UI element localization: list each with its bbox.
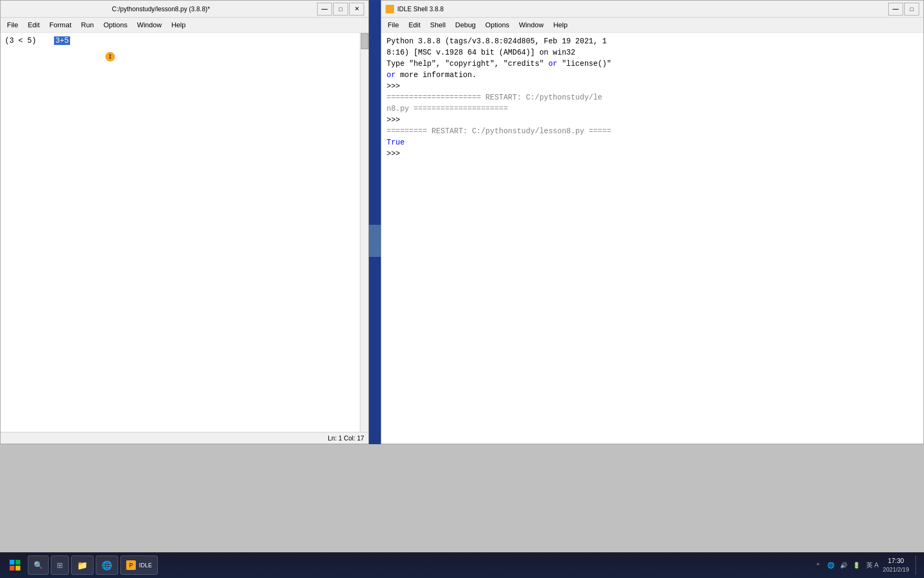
shell-menu-help[interactable]: Help: [549, 20, 572, 30]
editor-menu-bar: File Edit Format Run Options Window Help: [1, 18, 368, 33]
system-tray: ^ 🌐 🔊 🔋: [813, 560, 862, 571]
minimize-button[interactable]: ─: [317, 3, 332, 16]
shell-menu-edit[interactable]: Edit: [404, 20, 425, 30]
editor-status-bar: Ln: 1 Col: 17: [1, 432, 368, 444]
taskbar-idle-label: IDLE: [139, 562, 152, 568]
shell-prompt-3: >>>: [387, 148, 918, 159]
menu-file[interactable]: File: [3, 20, 22, 30]
python-icon: P: [126, 560, 136, 570]
tray-icon-1[interactable]: ^: [813, 560, 823, 571]
shell-title-bar: IDLE Shell 3.8.8 ─ □: [381, 1, 923, 18]
editor-title: C:/pythonstudy/lesson8.py (3.8.8)*: [5, 5, 317, 13]
system-clock[interactable]: 17:30 2021/2/19: [883, 557, 909, 573]
shell-menu-options[interactable]: Options: [481, 20, 514, 30]
editor-window: C:/pythonstudy/lesson8.py (3.8.8)* ─ □ ✕…: [0, 0, 369, 444]
close-button[interactable]: ✕: [349, 3, 364, 16]
shell-line-build: 8:16) [MSC v.1928 64 bit (AMD64)] on win…: [387, 47, 918, 58]
menu-format[interactable]: Format: [45, 20, 75, 30]
editor-window-controls: ─ □ ✕: [317, 3, 364, 16]
menu-help[interactable]: Help: [167, 20, 190, 30]
divider-highlight: [369, 225, 381, 257]
editor-scrollbar[interactable]: [360, 33, 368, 432]
menu-options[interactable]: Options: [99, 20, 132, 30]
taskbar-browser[interactable]: 🌐: [96, 556, 118, 575]
shell-menu-debug[interactable]: Debug: [451, 20, 480, 30]
menu-run[interactable]: Run: [77, 20, 98, 30]
code-expression: (3 < 5): [5, 36, 54, 45]
shell-app-icon: [386, 5, 394, 13]
taskbar-task-view[interactable]: ⊞: [51, 556, 69, 575]
taskbar-right-area: ^ 🌐 🔊 🔋 英 A 17:30 2021/2/19: [813, 556, 920, 575]
editor-title-bar: C:/pythonstudy/lesson8.py (3.8.8)* ─ □ ✕: [1, 1, 368, 18]
taskbar-file-explorer[interactable]: 📁: [71, 556, 94, 575]
shell-maximize-button[interactable]: □: [904, 3, 919, 16]
selected-code: 3+5: [54, 36, 70, 45]
shell-prompt-1: >>>: [387, 81, 918, 92]
shell-prompt-2: >>>: [387, 115, 918, 126]
divider-strip: [369, 0, 381, 444]
cursor-indicator: I: [105, 52, 115, 62]
shell-minimize-button[interactable]: ─: [888, 3, 903, 16]
network-icon[interactable]: 🌐: [826, 560, 836, 571]
shell-restart-1b: n8.py =====================: [387, 103, 918, 115]
shell-line-type: Type "help", "copyright", "credits" or "…: [387, 58, 918, 70]
code-line-1: (3 < 5) 3+5: [5, 35, 364, 47]
editor-content[interactable]: (3 < 5) 3+5 I: [1, 33, 368, 432]
maximize-button[interactable]: □: [333, 3, 348, 16]
shell-line-more-info: or more information.: [387, 70, 918, 81]
shell-line-python-version: Python 3.8.8 (tags/v3.8.8:024d805, Feb 1…: [387, 36, 918, 47]
shell-window: IDLE Shell 3.8.8 ─ □ File Edit Shell Deb…: [381, 0, 924, 444]
shell-output-true: True: [387, 137, 918, 148]
clock-time: 17:30: [883, 557, 909, 566]
show-desktop-button[interactable]: [915, 556, 920, 575]
windows-logo-icon: [10, 560, 20, 571]
language-label: 英 A: [866, 561, 879, 569]
shell-menu-window[interactable]: Window: [514, 20, 548, 30]
shell-or-keyword-2: or: [387, 71, 396, 79]
shell-restart-1: ===================== RESTART: C:/python…: [387, 92, 918, 103]
taskbar-search[interactable]: 🔍: [28, 556, 49, 575]
shell-title-left: IDLE Shell 3.8.8: [386, 5, 444, 13]
clock-date: 2021/2/19: [883, 566, 909, 573]
cursor-position: Ln: 1 Col: 17: [328, 435, 364, 442]
shell-restart-2: ========= RESTART: C:/pythonstudy/lesson…: [387, 126, 918, 137]
language-indicator[interactable]: 英 A: [866, 561, 879, 570]
taskbar-python-idle[interactable]: P IDLE: [120, 556, 158, 575]
volume-icon[interactable]: 🔊: [838, 560, 849, 571]
battery-icon[interactable]: 🔋: [851, 560, 862, 571]
taskbar: 🔍 ⊞ 📁 🌐 P IDLE ^ 🌐 🔊 🔋 英 A 17:30 2021/2/…: [0, 552, 924, 578]
shell-title: IDLE Shell 3.8.8: [397, 5, 444, 13]
shell-menu-shell[interactable]: Shell: [426, 20, 450, 30]
scrollbar-thumb[interactable]: [361, 33, 368, 49]
menu-window[interactable]: Window: [133, 20, 166, 30]
menu-edit[interactable]: Edit: [24, 20, 44, 30]
shell-menu-file[interactable]: File: [383, 20, 403, 30]
shell-content[interactable]: Python 3.8.8 (tags/v3.8.8:024d805, Feb 1…: [381, 33, 923, 444]
shell-or-keyword: or: [548, 59, 557, 68]
shell-menu-bar: File Edit Shell Debug Options Window Hel…: [381, 18, 923, 33]
start-button[interactable]: [4, 554, 26, 576]
shell-window-controls: ─ □: [888, 3, 919, 16]
